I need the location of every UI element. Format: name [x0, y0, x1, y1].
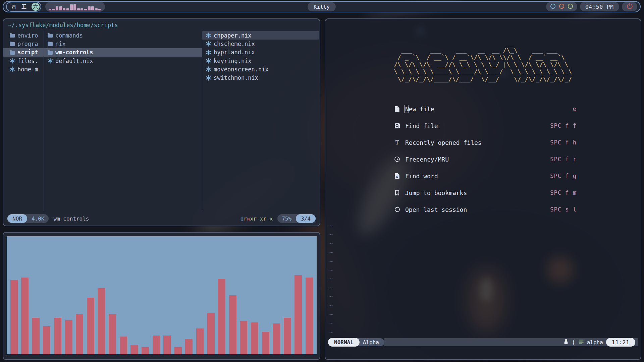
- chart-bar: [142, 347, 149, 354]
- visualizer-bar: [56, 6, 58, 10]
- top-bar: 四五六 Kitty 04:50 PM: [3, 1, 641, 12]
- percent-position-capsule: 75% 3/4: [277, 214, 316, 223]
- indicator-green-circle[interactable]: [568, 3, 573, 10]
- clock-widget[interactable]: 04:50 PM: [580, 2, 619, 11]
- file-size: 4.0K: [27, 216, 49, 222]
- menu-item-jump-to-bookmarks[interactable]: Jump to bookmarksSPC f m: [394, 189, 577, 197]
- chart-bar: [130, 345, 138, 354]
- menu-item-shortcut: SPC f h: [550, 139, 577, 146]
- workspace-3[interactable]: 六: [32, 3, 40, 11]
- file-item-progra[interactable]: progra: [3, 40, 44, 48]
- workspace-switcher: 四五六: [6, 2, 41, 12]
- tilde-line: ~: [329, 292, 333, 301]
- menu-item-shortcut: SPC s l: [550, 206, 577, 213]
- file-item-default.nix[interactable]: default.nix: [44, 57, 202, 65]
- chart-bar: [218, 279, 225, 354]
- chart-bar: [185, 339, 193, 354]
- folder-icon: [47, 33, 53, 38]
- menu-item-new-file[interactable]: New filee: [394, 105, 577, 113]
- menu-item-find-file[interactable]: Find fileSPC f f: [394, 122, 577, 130]
- menu-item-shortcut: SPC f f: [550, 122, 577, 129]
- menu-item-open-last-session[interactable]: Open last sessionSPC s l: [394, 205, 577, 214]
- file-name: keyring.nix: [214, 58, 252, 64]
- workspace-1[interactable]: 四: [11, 4, 16, 10]
- chart-bar: [273, 323, 280, 354]
- visualizer-bar: [95, 8, 98, 10]
- file-item-moveonscreen.nix[interactable]: moveonscreen.nix: [202, 65, 319, 73]
- nix-snowflake-icon: [205, 66, 211, 72]
- perm-char: x: [270, 216, 273, 222]
- file-name: commands: [55, 32, 83, 39]
- file-name: switchmon.nix: [214, 74, 258, 81]
- visualizer-bar: [91, 6, 94, 10]
- chart-bar: [174, 347, 182, 354]
- file-item-script[interactable]: script: [3, 48, 44, 57]
- visualizer-bar: [63, 8, 65, 10]
- chart-bar: [109, 314, 116, 354]
- new-file-icon: [394, 106, 400, 112]
- chart-bar: [207, 313, 215, 354]
- recent-files-icon: T: [394, 139, 400, 145]
- file-name: hyprland.nix: [214, 49, 255, 56]
- perm-char: -: [257, 216, 260, 222]
- visualizer-bar: [77, 8, 80, 10]
- file-item-chscheme.nix[interactable]: chscheme.nix: [202, 40, 319, 48]
- statusline-right: ( alpha 11:21: [564, 338, 638, 346]
- file-item-hyprland.nix[interactable]: hyprland.nix: [202, 48, 319, 57]
- chart-bar: [251, 322, 258, 354]
- file-name: wm-controls: [55, 49, 93, 56]
- file-name: chscheme.nix: [214, 41, 255, 47]
- perm-char: x: [250, 216, 254, 222]
- tilde-line: ~: [329, 275, 333, 283]
- file-item-nix[interactable]: nix: [44, 40, 202, 48]
- menu-item-label: Find file: [405, 122, 438, 129]
- menu-item-label: New file: [405, 106, 434, 113]
- nix-snowflake-icon: [47, 58, 53, 64]
- file-item-enviro[interactable]: enviro: [3, 31, 44, 40]
- perm-char: x: [260, 216, 263, 222]
- power-button[interactable]: [622, 2, 637, 11]
- file-item-wm-controls[interactable]: wm-controls: [44, 48, 202, 57]
- top-bar-right: 04:50 PM: [546, 2, 637, 11]
- visualizer-bar: [59, 6, 62, 10]
- perm-char: d: [240, 216, 244, 222]
- folder-icon: [47, 41, 53, 46]
- visualizer-bar: [80, 8, 83, 10]
- chart-bar: [76, 314, 83, 354]
- file-name: home-m: [17, 66, 38, 73]
- menu-item-recently-opened-files[interactable]: TRecently opened filesSPC f h: [394, 138, 577, 146]
- visualizer-bar: [84, 9, 87, 10]
- nix-snowflake-icon: [205, 50, 211, 55]
- chart-window: [3, 232, 320, 360]
- indent-lines-icon: [579, 339, 584, 346]
- menu-item-shortcut: SPC f g: [550, 173, 577, 179]
- menu-item-label: Find word: [405, 173, 438, 180]
- menu-item-frecency-mru[interactable]: Frecency/MRUSPC f r: [394, 155, 577, 163]
- statusline-time: 11:21: [606, 338, 635, 347]
- tilde-line: ~: [329, 284, 333, 292]
- file-name: nix: [55, 41, 66, 47]
- file-item-files.[interactable]: files.: [3, 57, 44, 65]
- nix-snowflake-icon: [205, 41, 211, 47]
- svg-text:T: T: [395, 139, 399, 145]
- window-title-label: Kitty: [314, 4, 330, 10]
- perm-char: r: [244, 216, 247, 222]
- workspace-2[interactable]: 五: [21, 4, 26, 10]
- file-item-chpaper.nix[interactable]: chpaper.nix: [202, 31, 319, 40]
- audio-visualizer: [45, 2, 105, 12]
- chart-bar: [98, 288, 105, 354]
- indicator-orange-circle[interactable]: [559, 3, 565, 10]
- file-item-keyring.nix[interactable]: keyring.nix: [202, 57, 319, 65]
- file-item-commands[interactable]: commands: [44, 31, 202, 40]
- file-manager-statusbar: NOR 4.0K wm-controls drwxr-xr-x 75% 3/4: [7, 214, 316, 223]
- visualizer-bar: [70, 4, 73, 10]
- chart-bar: [87, 298, 94, 354]
- file-name: progra: [17, 41, 38, 47]
- indicator-blue-circle[interactable]: [550, 3, 556, 10]
- file-item-switchmon.nix[interactable]: switchmon.nix: [202, 73, 319, 82]
- active-window-title[interactable]: Kitty: [308, 2, 336, 11]
- file-name: default.nix: [55, 58, 93, 64]
- file-item-home-m[interactable]: home-m: [3, 65, 44, 73]
- bookmarks-icon: [394, 190, 400, 196]
- menu-item-find-word[interactable]: wFind wordSPC f g: [394, 172, 577, 180]
